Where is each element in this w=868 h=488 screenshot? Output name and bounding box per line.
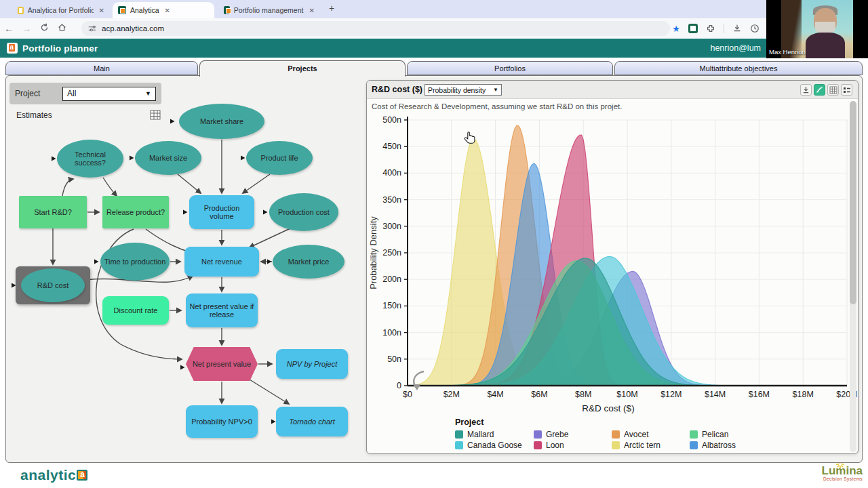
legend-swatch-icon [690, 441, 698, 449]
bookmark-star-icon[interactable]: ★ [672, 24, 680, 34]
chart-legend: Project MallardGrebeAvocetPelicanCanada … [455, 418, 781, 451]
chart-view-dropdown[interactable]: Probability density ▼ [425, 84, 502, 96]
new-tab-button[interactable]: + [329, 3, 334, 14]
tab-multiattribute-objectives[interactable]: Multiattribute objectives [614, 61, 863, 75]
puzzle-extensions-icon[interactable] [706, 24, 715, 33]
close-icon[interactable]: ✕ [309, 7, 315, 14]
tab-title: Analytica for Portfolio Manage [28, 6, 94, 14]
back-icon[interactable]: ← [0, 23, 18, 34]
legend-label: Mallard [467, 430, 494, 439]
url-text[interactable]: acp.analytica.com [102, 24, 164, 33]
svg-text:$8M: $8M [575, 390, 591, 399]
browser-toolbar: ← → acp.analytica.com ★ [0, 18, 868, 39]
legend-swatch-icon [612, 430, 620, 439]
project-filter: Project All ▼ [9, 83, 161, 104]
legend-item[interactable]: Canada Goose [455, 440, 534, 451]
scrollbar-track[interactable] [850, 101, 856, 452]
analytica-cube-icon [224, 6, 230, 14]
legend-title: Project [455, 418, 781, 427]
download-icon[interactable] [800, 84, 812, 96]
project-filter-label: Project [15, 89, 62, 98]
chart-view-icon[interactable] [814, 84, 825, 96]
chevron-down-icon: ▼ [493, 87, 498, 93]
lumina-tagline: Decision Systems [822, 476, 863, 481]
legend-label: Loon [546, 441, 564, 450]
legend-item[interactable]: Loon [534, 440, 612, 451]
tab-portfolios[interactable]: Portfolios [407, 61, 613, 75]
project-filter-select[interactable]: All ▼ [62, 87, 156, 101]
address-bar[interactable]: acp.analytica.com [81, 21, 670, 36]
browser-tab[interactable]: Analytica✕ [113, 2, 214, 18]
legend-item[interactable]: Pelican [690, 429, 764, 440]
legend-item[interactable]: Arctic tern [612, 440, 690, 451]
reload-icon[interactable] [35, 23, 53, 34]
legend-label: Arctic tern [624, 441, 660, 450]
diagram-node-probability-npv[interactable]: Probability NPV>0 [186, 405, 258, 438]
diagram-node-npv-by-project[interactable]: NPV by Project [276, 349, 348, 379]
legend-item[interactable]: Albatross [690, 440, 764, 451]
svg-text:400n: 400n [382, 168, 401, 178]
legend-label: Pelican [702, 430, 728, 439]
page-footer: analytic Lumina Decision Systems [0, 464, 868, 488]
note-icon [18, 7, 24, 14]
diagram-node-net-present-value[interactable]: Net present value [186, 347, 258, 381]
diagram-node-net-revenue[interactable]: Net revenue [184, 247, 259, 277]
toolbar-separator [724, 24, 724, 33]
screen: Analytica for Portfolio Manage✕Analytica… [0, 0, 868, 488]
user-email[interactable]: henrion@lum [710, 43, 761, 53]
extension-icon[interactable] [688, 24, 698, 33]
forward-icon[interactable]: → [18, 23, 35, 34]
diagram-node-time-to-production[interactable]: Time to production [100, 243, 170, 281]
svg-text:$16M: $16M [749, 390, 770, 399]
analytica-cube-icon [77, 470, 87, 481]
scrollbar-thumb[interactable] [850, 101, 856, 304]
diagram-node-production-volume[interactable]: Production volume [189, 195, 254, 229]
legend-view-icon[interactable] [841, 84, 852, 96]
svg-text:100n: 100n [382, 328, 401, 338]
browser-tab[interactable]: Portfolio management | Analyti✕ [218, 2, 320, 18]
browser-tab[interactable]: Analytica for Portfolio Manage✕ [12, 2, 110, 18]
analytica-logo-icon [7, 43, 18, 54]
diagram-node-start-rd[interactable]: Start R&D? [19, 196, 87, 228]
svg-text:$0: $0 [403, 390, 412, 399]
tab-main[interactable]: Main [5, 61, 198, 75]
tab-projects[interactable]: Projects [199, 60, 406, 77]
legend-item[interactable]: Mallard [455, 429, 534, 440]
svg-text:500n: 500n [382, 115, 401, 125]
app-header: Portfolio planner henrion@lum [0, 39, 868, 58]
history-icon[interactable] [750, 24, 760, 33]
home-icon[interactable] [53, 23, 71, 34]
legend-row: MallardGrebeAvocetPelican [455, 429, 781, 440]
app-title: Portfolio planner [22, 43, 98, 54]
svg-text:$12M: $12M [660, 390, 682, 399]
diagram-node-market-size[interactable]: Market size [135, 141, 201, 175]
diagram-node-production-cost[interactable]: Production cost [269, 193, 338, 231]
downloads-tray-icon[interactable] [732, 24, 742, 33]
legend-item[interactable]: Grebe [534, 429, 612, 440]
diagram-node-rd-cost[interactable]: R&D cost [21, 268, 85, 302]
estimates-table-icon[interactable] [150, 110, 161, 123]
diagram-node-release-product[interactable]: Release product? [102, 196, 169, 228]
diagram-node-market-share[interactable]: Market share [179, 104, 264, 139]
legend-swatch-icon [455, 430, 463, 439]
svg-text:150n: 150n [382, 301, 401, 310]
close-icon[interactable]: ✕ [165, 7, 170, 14]
diagram-node-technical-success[interactable]: Technical success? [57, 140, 123, 178]
lumina-wordmark: Lumina [822, 465, 863, 476]
svg-text:R&D cost ($): R&D cost ($) [582, 403, 634, 413]
legend-item[interactable]: Avocet [612, 429, 690, 440]
chevron-down-icon: ▼ [145, 90, 151, 97]
svg-text:300n: 300n [382, 222, 401, 231]
webcam-person-body [806, 33, 845, 58]
close-icon[interactable]: ✕ [99, 7, 104, 14]
diagram-node-market-price[interactable]: Market price [273, 245, 344, 279]
legend-label: Grebe [546, 430, 568, 439]
diagram-node-product-life[interactable]: Product life [246, 141, 313, 175]
diagram-node-tornado-chart[interactable]: Tornado chart [276, 407, 348, 436]
webcam-caption: Max Henrion [769, 48, 806, 56]
table-view-icon[interactable] [827, 84, 839, 96]
diagram-node-npv-if-release[interactable]: Net present value if release [186, 293, 258, 327]
diagram-node-discount-rate[interactable]: Discount rate [102, 296, 169, 325]
chart-view-value: Probability density [428, 86, 486, 94]
site-settings-icon[interactable] [88, 24, 96, 33]
